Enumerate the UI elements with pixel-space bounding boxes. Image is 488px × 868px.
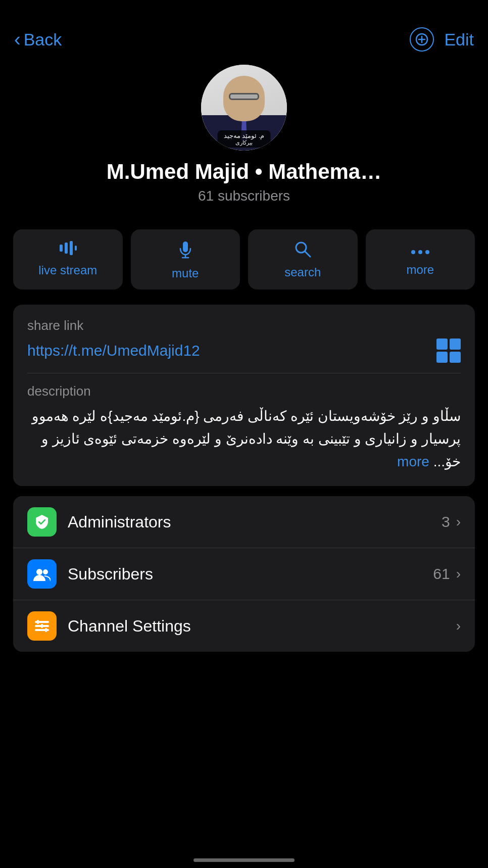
mute-label: mute (172, 266, 199, 280)
subscribers-chevron-icon: › (456, 566, 461, 582)
subscribers-item[interactable]: Subscribers 61 › (13, 548, 475, 600)
subscribers-label: Subscribers (68, 565, 433, 584)
channel-settings-item[interactable]: Channel Settings › (13, 600, 475, 652)
search-button[interactable]: search (248, 229, 358, 290)
add-icon[interactable] (410, 27, 434, 52)
channel-settings-icon-wrap (27, 611, 57, 641)
back-button[interactable]: ‹ Back (14, 29, 62, 51)
top-navigation: ‹ Back Edit (0, 0, 488, 60)
action-buttons-row: live stream mute search (0, 219, 488, 305)
subscriber-count: 61 subscribers (198, 188, 290, 204)
svg-point-15 (43, 569, 48, 574)
management-list-card: Administrators 3 › Subscribers 61 › (13, 496, 475, 652)
svg-point-11 (411, 250, 415, 254)
more-label: more (406, 263, 434, 277)
profile-section: م. ئومێد مەجید بیرکاری M.Umed Majid • Ma… (0, 60, 488, 219)
avatar-badge-line2: بیرکاری (224, 139, 265, 146)
share-link-section: share link https://t.me/UmedMajid12 (27, 318, 461, 363)
channel-settings-label: Channel Settings (68, 617, 450, 636)
administrators-chevron-icon: › (456, 514, 461, 530)
svg-point-13 (425, 250, 429, 254)
channel-settings-chevron-icon: › (456, 618, 461, 634)
description-text: سڵاو و رێز خۆشەویستان ئێره کەناڵی فەرمی … (27, 405, 461, 473)
search-label: search (284, 265, 321, 279)
subscribers-icon-wrap (27, 559, 57, 589)
svg-line-10 (305, 252, 310, 257)
administrators-icon-wrap (27, 507, 57, 537)
more-button[interactable]: more (366, 229, 475, 290)
live-stream-icon (59, 240, 77, 258)
home-indicator (193, 858, 295, 862)
description-label: description (27, 383, 461, 399)
share-link-label: share link (27, 318, 461, 333)
back-label: Back (24, 30, 62, 50)
back-chevron-icon: ‹ (14, 29, 21, 51)
avatar: م. ئومێد مەجید بیرکاری (201, 65, 287, 151)
mute-button[interactable]: mute (131, 229, 240, 290)
svg-rect-4 (65, 243, 68, 254)
description-section: description سڵاو و رێز خۆشەویستان ئێره ک… (27, 383, 461, 473)
more-icon (411, 240, 429, 258)
svg-rect-19 (41, 624, 43, 628)
edit-button[interactable]: Edit (444, 30, 474, 50)
svg-rect-3 (60, 245, 63, 252)
qr-code-icon[interactable] (436, 339, 461, 363)
description-more[interactable]: more (397, 454, 429, 469)
nav-right-actions: Edit (410, 27, 474, 52)
mute-icon (177, 240, 193, 261)
administrators-count: 3 (442, 513, 450, 531)
share-link-row: https://t.me/UmedMajid12 (27, 339, 461, 363)
administrators-item[interactable]: Administrators 3 › (13, 496, 475, 548)
svg-rect-21 (45, 628, 47, 632)
share-link-url[interactable]: https://t.me/UmedMajid12 (27, 342, 200, 359)
svg-rect-6 (75, 246, 77, 251)
live-stream-button[interactable]: live stream (13, 229, 123, 290)
svg-rect-5 (70, 241, 73, 255)
administrators-label: Administrators (68, 513, 442, 532)
svg-point-14 (36, 569, 42, 575)
live-stream-label: live stream (38, 263, 97, 277)
card-divider (27, 373, 461, 373)
svg-point-12 (418, 250, 422, 254)
avatar-badge-line1: م. ئومێد مەجید (224, 132, 265, 139)
search-icon (294, 240, 311, 260)
subscribers-count: 61 (433, 565, 450, 583)
svg-rect-17 (37, 620, 39, 624)
info-card: share link https://t.me/UmedMajid12 desc… (13, 305, 475, 486)
channel-name: M.Umed Majid • Mathema… (107, 160, 381, 184)
